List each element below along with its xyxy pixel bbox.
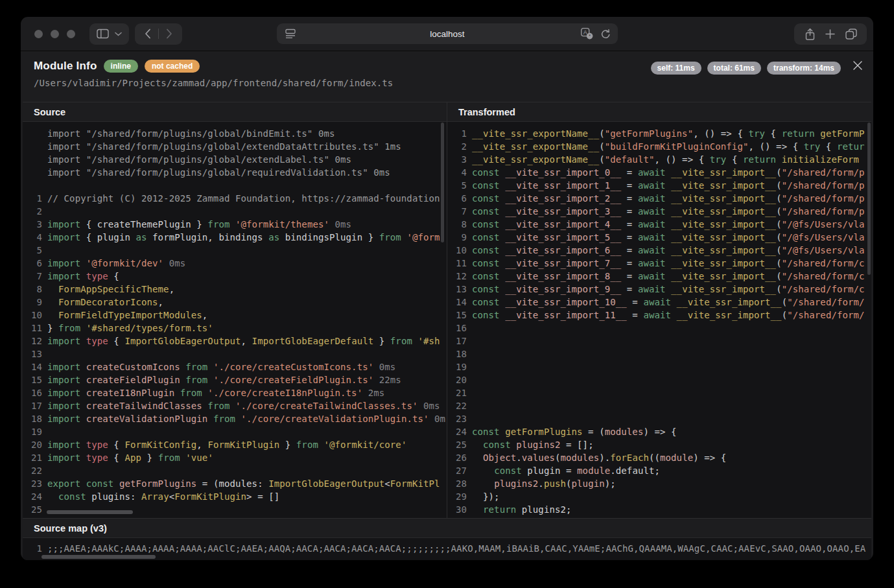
code-line: 2__vite_ssr_exportName__("buildFormKitPl… [447,140,871,153]
code-line: 25 const plugins2 = []; [447,438,871,451]
code-line: import "/shared/form/plugins/global/exte… [23,153,447,166]
code-line: 2 [23,205,447,218]
stat-total-time: total: 61ms [707,62,761,75]
source-vertical-scrollbar[interactable] [441,123,444,242]
code-line: 5const __vite_ssr_import_1__ = await __v… [447,179,871,192]
timing-stats: self: 11ms total: 61ms transform: 14ms [651,62,841,75]
code-line: 6const __vite_ssr_import_2__ = await __v… [447,192,871,205]
code-line: 22 [23,464,447,477]
zoom-window-button[interactable] [67,30,75,38]
code-line: 17 [447,335,871,347]
code-line: 22 [447,399,871,412]
code-line: 9 FormDecoratorIcons, [23,296,447,309]
code-line: 24 const plugins: Array<FormKitPlugin> =… [23,490,447,503]
code-line: 6import '@formkit/dev' 0ms [23,257,447,270]
minimize-window-button[interactable] [51,30,59,38]
code-line: 3__vite_ssr_exportName__("default", () =… [447,153,871,166]
code-line: 14import createCustomIcons from './core/… [23,360,447,373]
panels-container: Source import "/shared/form/plugins/glob… [23,102,871,519]
svg-text:A: A [583,29,587,36]
code-line: 1// Copyright (C) 2012-2025 Zammad Found… [23,192,447,205]
page-title: Module Info [34,60,97,73]
code-line: 26 Object.values(modules).forEach((modul… [447,451,871,464]
code-line: 19 [447,360,871,373]
code-line: 30 return plugins2; [447,503,871,516]
browser-toolbar: localhost A * [21,17,873,51]
code-line: 19 [23,425,447,438]
code-line: 7import type { [23,270,447,283]
code-line: 14const __vite_ssr_import_10__ = await _… [447,296,871,309]
source-horizontal-scrollbar[interactable] [47,510,133,514]
code-line: 28 plugins2.push(plugin); [447,477,871,490]
stat-self-time: self: 11ms [651,62,701,75]
source-panel-title: Source [23,102,447,121]
module-file-path: /Users/vladimir/Projects/zammad/app/fron… [34,78,873,88]
code-line: 21import type { App } from 'vue' [23,451,447,464]
code-line: 29 }); [447,490,871,503]
forward-button[interactable] [159,23,180,45]
code-line: 3import { createThemePlugin } from '@for… [23,218,447,231]
module-info-header: Module Info inline not cached self: 11ms… [21,51,873,102]
code-line: 21 [447,386,871,399]
code-line: 20import type { FormKitConfig, FormKitPl… [23,438,447,451]
stat-transform-time: transform: 14ms [767,62,841,75]
code-line: 10 FormFieldTypeImportModules, [23,309,447,322]
browser-window: localhost A * [21,17,873,560]
share-icon[interactable] [805,28,816,41]
close-icon[interactable] [852,60,864,71]
code-line: 11const __vite_ssr_import_7__ = await __… [447,257,871,270]
code-line: 25 [23,503,447,516]
code-line: 5 [23,244,447,257]
close-window-button[interactable] [34,30,43,38]
code-line: 15const __vite_ssr_import_11__ = await _… [447,309,871,322]
code-line: 12const __vite_ssr_import_8__ = await __… [447,270,871,283]
translate-icon[interactable]: A * [581,28,593,40]
code-line: 23export const getFormPlugins = (modules… [23,477,447,490]
address-bar[interactable]: localhost A * [277,23,618,44]
transformed-vertical-scrollbar[interactable] [867,123,871,275]
source-panel: Source import "/shared/form/plugins/glob… [23,102,447,519]
svg-text:*: * [589,34,591,38]
code-line: 4const __vite_ssr_import_0__ = await __v… [447,166,871,179]
code-line: 4import { plugin as formPlugin, bindings… [23,231,447,244]
toolbar-right-group [794,23,867,45]
tab-overview-icon[interactable] [845,29,857,40]
code-line: 18 [447,347,871,360]
badge-inline: inline [104,60,138,73]
code-line: 9const __vite_ssr_import_5__ = await __v… [447,231,871,244]
navigation-group [135,23,182,45]
code-line: 16 [447,322,871,335]
back-button[interactable] [137,23,158,45]
code-line [23,179,447,192]
code-line: 11} from '#shared/types/form.ts' [23,322,447,335]
reload-icon[interactable] [600,29,611,40]
transformed-panel: Transformed 1__vite_ssr_exportName__("ge… [447,102,871,519]
new-tab-icon[interactable] [825,29,835,39]
code-line: import "/shared/form/plugins/global/bind… [23,127,447,140]
sourcemap-panel: Source map (v3) 1;;;AAEA;AAAkC;AAAA;AAAA… [23,518,871,560]
code-line: 15import createFieldPlugin from './core/… [23,373,447,386]
code-line: 10const __vite_ssr_import_6__ = await __… [447,244,871,257]
code-line: 17import createTailwindClasses from './c… [23,399,447,412]
url-text[interactable]: localhost [277,23,618,44]
sourcemap-panel-title: Source map (v3) [23,519,871,537]
transformed-code-area[interactable]: 1__vite_ssr_exportName__("getFormPlugins… [447,121,871,519]
code-line: 24const getFormPlugins = (modules) => { [447,425,871,438]
code-line: 13const __vite_ssr_import_9__ = await __… [447,283,871,296]
code-line: 27 const plugin = module.default; [447,464,871,477]
sidebar-icon[interactable] [97,29,109,39]
transformed-panel-title: Transformed [447,102,871,121]
sidebar-toggle-group [89,23,129,45]
code-line: 8const __vite_ssr_import_4__ = await __v… [447,218,871,231]
window-controls [34,30,75,38]
chevron-down-icon[interactable] [115,32,122,36]
code-line: 8 FormAppSpecificTheme, [23,283,447,296]
code-line: 1__vite_ssr_exportName__("getFormPlugins… [447,127,871,140]
sourcemap-horizontal-scrollbar[interactable] [41,555,156,559]
code-line: 16import createI18nPlugin from './core/c… [23,386,447,399]
code-line: 7const __vite_ssr_import_3__ = await __v… [447,205,871,218]
code-line: import "/shared/form/plugins/global/exte… [23,140,447,153]
source-code-area[interactable]: import "/shared/form/plugins/global/bind… [23,121,447,519]
code-line: 12import type { ImportGlobEagerOutput, I… [23,335,447,347]
badge-not-cached: not cached [145,60,200,73]
